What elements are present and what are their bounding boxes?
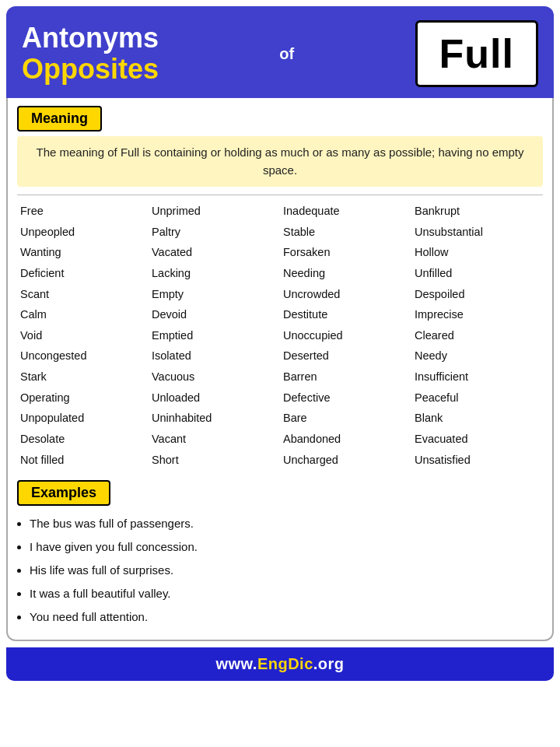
word-col-3: BankruptUnsubstantialHollowUnfilledDespo… <box>411 202 543 469</box>
examples-header: Examples <box>17 480 110 506</box>
header-word: Full <box>415 20 538 87</box>
word-item: Desolate <box>20 430 145 449</box>
header-of-label: of <box>279 45 294 63</box>
word-item: Vacant <box>152 430 277 449</box>
words-grid: FreeUnpeopledWantingDeficientScantCalmVo… <box>17 195 543 469</box>
word-item: Deserted <box>283 346 408 366</box>
word-item: Inadequate <box>283 202 408 221</box>
word-item: Isolated <box>152 346 277 366</box>
header: Antonyms Opposites of Full <box>6 6 554 98</box>
word-item: Blank <box>415 409 540 428</box>
examples-label: Examples <box>31 485 96 500</box>
word-item: Unsatisfied <box>415 451 540 470</box>
word-item: Vacuous <box>152 367 277 387</box>
word-item: Bare <box>283 409 408 428</box>
word-item: Stark <box>20 367 145 387</box>
word-item: Stable <box>283 223 408 242</box>
word-item: Uncrowded <box>283 285 408 304</box>
word-item: Unprimed <box>152 202 277 221</box>
word-item: Empty <box>152 285 277 304</box>
footer-dic: Dic <box>288 655 313 672</box>
word-item: Unfilled <box>415 264 540 283</box>
word-item: Unpopulated <box>20 409 145 428</box>
word-item: Operating <box>20 388 145 408</box>
footer: www.EngDic.org <box>6 647 554 681</box>
word-item: Insufficient <box>415 367 540 387</box>
word-item: Scant <box>20 285 145 304</box>
example-item: The bus was full of passengers. <box>30 512 543 535</box>
word-item: Needing <box>283 264 408 283</box>
example-item: His life was full of surprises. <box>30 559 543 582</box>
word-col-0: FreeUnpeopledWantingDeficientScantCalmVo… <box>17 202 149 469</box>
word-item: Unpeopled <box>20 223 145 242</box>
word-item: Abandoned <box>283 430 408 449</box>
word-item: Uninhabited <box>152 409 277 428</box>
footer-text: www.EngDic.org <box>14 655 546 673</box>
word-item: Imprecise <box>415 305 540 324</box>
examples-list: The bus was full of passengers.I have gi… <box>30 512 543 629</box>
word-item: Cleared <box>415 326 540 345</box>
word-item: Free <box>20 202 145 221</box>
example-item: It was a full beautiful valley. <box>30 582 543 605</box>
header-title: Antonyms <box>22 23 159 54</box>
main-card: Meaning The meaning of Full is containin… <box>6 98 554 641</box>
word-item: Destitute <box>283 305 408 324</box>
word-item: Unloaded <box>152 388 277 408</box>
word-item: Bankrupt <box>415 202 540 221</box>
word-item: Not filled <box>20 451 145 470</box>
word-item: Despoiled <box>415 285 540 304</box>
word-item: Barren <box>283 367 408 387</box>
word-item: Evacuated <box>415 430 540 449</box>
word-col-1: UnprimedPaltryVacatedLackingEmptyDevoidE… <box>149 202 280 469</box>
word-item: Calm <box>20 305 145 324</box>
word-item: Lacking <box>152 264 277 283</box>
word-item: Hollow <box>415 243 540 262</box>
word-item: Peaceful <box>415 388 540 408</box>
word-item: Devoid <box>152 305 277 324</box>
meaning-header: Meaning <box>17 106 102 132</box>
word-item: Unoccupied <box>283 326 408 345</box>
word-item: Unsubstantial <box>415 223 540 242</box>
footer-engdic: Eng <box>257 655 288 672</box>
word-item: Short <box>152 451 277 470</box>
word-item: Uncongested <box>20 346 145 366</box>
word-item: Uncharged <box>283 451 408 470</box>
header-titles: Antonyms Opposites <box>22 23 159 84</box>
word-item: Vacated <box>152 243 277 262</box>
word-item: Paltry <box>152 223 277 242</box>
example-item: You need full attention. <box>30 605 543 629</box>
example-item: I have given you full concession. <box>30 535 543 559</box>
word-item: Needy <box>415 346 540 366</box>
word-item: Wanting <box>20 243 145 262</box>
words-section: FreeUnpeopledWantingDeficientScantCalmVo… <box>8 195 552 469</box>
meaning-body: The meaning of Full is containing or hol… <box>17 136 543 187</box>
word-item: Forsaken <box>283 243 408 262</box>
word-item: Defective <box>283 388 408 408</box>
word-item: Void <box>20 326 145 345</box>
word-col-2: InadequateStableForsakenNeedingUncrowded… <box>280 202 411 469</box>
word-item: Deficient <box>20 264 145 283</box>
header-subtitle: Opposites <box>22 54 159 85</box>
meaning-label: Meaning <box>31 110 88 126</box>
word-item: Emptied <box>152 326 277 345</box>
